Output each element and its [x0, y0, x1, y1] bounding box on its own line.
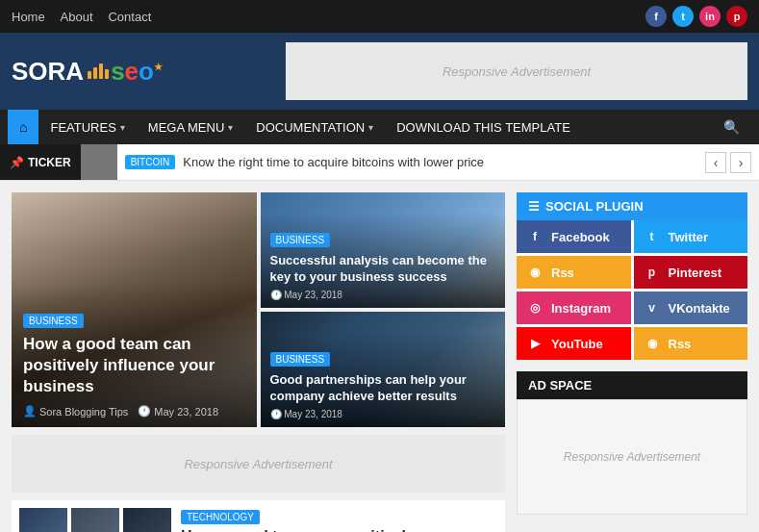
small-card-2-overlay: BUSINESS Good partnerships can help your…: [261, 331, 506, 427]
header-ad-banner: Responsive Advertisement: [286, 42, 747, 100]
ticker-navigation: ‹ ›: [697, 152, 759, 173]
site-logo: SORA seo★: [12, 57, 163, 87]
nav-documentation[interactable]: DOCUMENTATION ▾: [244, 111, 385, 144]
ticker-next-button[interactable]: ›: [730, 152, 751, 173]
twitter-social-button[interactable]: t Twitter: [634, 220, 748, 253]
main-column: BUSINESS How a good team can positively …: [12, 192, 505, 532]
ticker-text: Know the right time to acquire bitcoins …: [183, 155, 697, 169]
social-plugin-label: SOCIAL PLUGIN: [545, 199, 644, 214]
rss2-social-button[interactable]: ◉ Rss: [634, 327, 748, 360]
rss2-label: Rss: [669, 337, 692, 351]
large-card-title: How a good team can positively influence…: [23, 334, 245, 397]
rss2-icon: ◉: [644, 335, 661, 352]
small-card-2-meta: 🕐 May 23, 2018: [270, 409, 496, 419]
logo-dot: ★: [154, 62, 163, 72]
pinterest-social-button[interactable]: p Pinterest: [634, 256, 748, 289]
bottom-article-content: TECHNOLOGY How a good team can positivel…: [181, 508, 415, 532]
facebook-topnav-icon[interactable]: f: [645, 6, 667, 27]
nav-features[interactable]: FEATURES ▾: [38, 111, 136, 144]
search-icon: 🔍: [723, 119, 740, 135]
nav-search-button[interactable]: 🔍: [712, 110, 751, 144]
sidebar: ☰ SOCIAL PLUGIN f Facebook t Twitter ◉ R…: [517, 192, 747, 532]
chevron-down-icon: ▾: [228, 122, 233, 133]
pinterest-label: Pinterest: [669, 266, 722, 280]
twitter-label: Twitter: [669, 230, 709, 244]
small-card-1[interactable]: BUSINESS Successful analysis can become …: [261, 192, 506, 308]
small-card-2-category: BUSINESS: [270, 352, 331, 367]
small-card-2-title: Good partnerships can help your company …: [270, 372, 496, 405]
nav-home-button[interactable]: ⌂: [8, 110, 38, 144]
top-nav-links: Home About Contact: [12, 9, 163, 24]
pinterest-topnav-icon[interactable]: p: [726, 6, 747, 27]
ticker-prev-button[interactable]: ‹: [705, 152, 726, 173]
bottom-article-title: How a good team can positively: [181, 528, 415, 532]
logo-e: e: [125, 57, 139, 86]
chevron-down-icon: ▾: [368, 122, 373, 133]
nav-home-link[interactable]: Home: [12, 10, 45, 24]
youtube-label: YouTube: [551, 337, 603, 351]
logo-bar-4: [105, 69, 109, 79]
twitter-icon: t: [644, 228, 661, 245]
vk-icon: v: [644, 299, 661, 317]
home-icon: ⌂: [19, 119, 27, 135]
small-card-1-title: Successful analysis can become the key t…: [270, 253, 496, 286]
site-header: SORA seo★ Responsive Advertisement: [0, 33, 759, 110]
bottom-article-thumbnails: [19, 508, 171, 532]
content-area: BUSINESS How a good team can positively …: [0, 181, 759, 532]
nav-contact-link[interactable]: Contact: [108, 10, 151, 24]
logo-seq-text: seo★: [111, 57, 163, 87]
small-card-2[interactable]: BUSINESS Good partnerships can help your…: [261, 312, 506, 427]
twitter-topnav-icon[interactable]: t: [672, 6, 694, 27]
ticker-label: 📌 TICKER: [0, 144, 81, 180]
bottom-article-category: TECHNOLOGY: [181, 510, 260, 524]
user-icon: 👤: [23, 405, 37, 418]
nav-download-template[interactable]: DOWNLOAD THIS TEMPLATE: [385, 111, 582, 144]
ticker-label-text: TICKER: [28, 156, 71, 169]
featured-grid: BUSINESS How a good team can positively …: [12, 192, 505, 427]
facebook-social-button[interactable]: f Facebook: [517, 220, 631, 253]
logo-bar-2: [93, 67, 97, 79]
facebook-icon: f: [526, 228, 544, 245]
main-ad-banner: Responsive Advertisement: [12, 435, 505, 493]
bottom-article-row[interactable]: TECHNOLOGY How a good team can positivel…: [12, 500, 505, 532]
large-card-date: 🕐 May 23, 2018: [138, 405, 218, 418]
nav-features-label: FEATURES: [50, 120, 115, 135]
chevron-down-icon: ▾: [120, 122, 125, 133]
large-featured-card[interactable]: BUSINESS How a good team can positively …: [12, 192, 257, 427]
large-card-author: 👤 Sora Blogging Tips: [23, 405, 128, 418]
small-card-1-overlay: BUSINESS Successful analysis can become …: [261, 212, 506, 308]
logo-bar-1: [88, 71, 91, 79]
ad-space-header: AD SPACE: [517, 371, 747, 399]
social-plugin-header: ☰ SOCIAL PLUGIN: [517, 192, 747, 220]
large-card-meta: 👤 Sora Blogging Tips 🕐 May 23, 2018: [23, 405, 245, 418]
rss-social-button[interactable]: ◉ Rss: [517, 256, 631, 289]
instagram-label: Instagram: [551, 301, 611, 316]
nav-about-link[interactable]: About: [61, 10, 93, 24]
vkontakte-social-button[interactable]: v VKontakte: [634, 291, 748, 324]
rss-label: Rss: [551, 266, 574, 280]
sidebar-ad-banner: Responsive Advertisement: [517, 399, 747, 515]
logo-bars: [88, 63, 109, 79]
social-plugin-section: ☰ SOCIAL PLUGIN f Facebook t Twitter ◉ R…: [517, 192, 747, 360]
nav-mega-menu[interactable]: MEGA MENU ▾: [137, 111, 244, 144]
youtube-social-button[interactable]: ▶ YouTube: [517, 327, 631, 360]
bottom-thumb-1: [19, 508, 67, 532]
logo-s: s: [111, 57, 124, 86]
pinterest-icon: p: [644, 264, 661, 281]
top-nav: Home About Contact f t in p: [0, 0, 759, 33]
bottom-thumb-2: [71, 508, 119, 532]
small-card-1-meta: 🕐 May 23, 2018: [270, 290, 496, 300]
social-buttons-grid: f Facebook t Twitter ◉ Rss p Pinterest ◎: [517, 220, 747, 360]
ad-space-section: AD SPACE Responsive Advertisement: [517, 371, 747, 515]
logo-bar-3: [99, 63, 103, 79]
nav-mega-menu-label: MEGA MENU: [148, 120, 224, 135]
small-cards-column: BUSINESS Successful analysis can become …: [261, 192, 506, 427]
instagram-social-button[interactable]: ◎ Instagram: [517, 291, 631, 324]
instagram-topnav-icon[interactable]: in: [699, 6, 721, 27]
top-social-icons: f t in p: [645, 6, 747, 27]
rss-icon: ◉: [526, 264, 544, 281]
large-card-overlay: BUSINESS How a good team can positively …: [12, 283, 257, 427]
ticker-thumbnail: [81, 144, 117, 181]
clock-icon: 🕐: [270, 409, 282, 419]
ticker-category-badge: BITCOIN: [125, 155, 176, 169]
